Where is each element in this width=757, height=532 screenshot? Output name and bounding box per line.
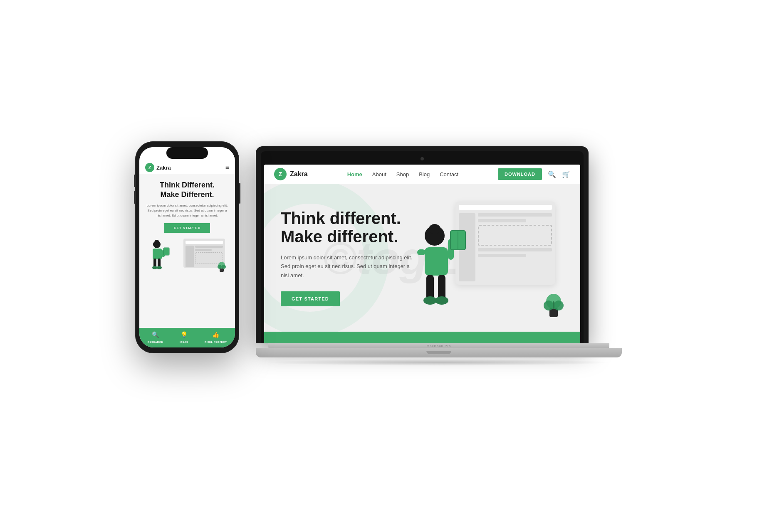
svg-rect-8 [163, 248, 169, 255]
svg-point-14 [429, 224, 440, 234]
svg-point-12 [222, 265, 226, 269]
phone-logo-area: Z Zakra [145, 163, 171, 172]
svg-rect-16 [417, 249, 426, 255]
laptop-navbar: Z Zakra Home About Shop Blog Contact [264, 165, 580, 184]
laptop-nav-links: Home About Shop Blog Contact [347, 171, 458, 177]
illus-browser-content [459, 213, 552, 281]
illus-content-row-1 [478, 213, 552, 217]
phone-logo-icon: Z [145, 163, 154, 172]
laptop-hero-description: Lorem ipsum dolor sit amet, consectetur … [281, 253, 414, 280]
laptop-logo-area: Z Zakra [274, 168, 308, 180]
svg-rect-15 [425, 247, 448, 276]
laptop-illus-person [414, 222, 468, 318]
laptop-webcam [421, 157, 424, 160]
laptop-display: Z Zakra Home About Shop Blog Contact [264, 165, 580, 343]
laptop-logo-icon: Z [274, 168, 287, 180]
laptop-model-label: MacBook Pro [426, 344, 451, 348]
phone-screen: Z Zakra ≡ Think Different. Make Differen… [139, 147, 235, 347]
laptop-bezel: Z Zakra Home About Shop Blog Contact [261, 151, 584, 343]
phone-brand-name: Zakra [156, 165, 171, 171]
svg-rect-9 [220, 268, 224, 272]
laptop-screen-container: Z Zakra Home About Shop Blog Contact [256, 146, 589, 343]
phone-research-label: RESEARCH [148, 341, 163, 343]
phone-bottom-item-ideas[interactable]: 💡 IDEAS [180, 331, 188, 343]
nav-link-blog[interactable]: Blog [419, 171, 430, 177]
svg-point-5 [152, 266, 157, 269]
phone-cta-button[interactable]: GET STARTED [164, 223, 210, 233]
illus-content-row-4 [478, 254, 526, 257]
illus-browser-main [478, 213, 552, 281]
laptop-base [256, 348, 622, 357]
svg-point-1 [155, 240, 159, 243]
svg-point-27 [554, 300, 564, 310]
phone-ideas-icon: 💡 [180, 331, 188, 340]
laptop-cart-icon[interactable]: 🛒 [562, 170, 570, 178]
phone-bottom-item-research[interactable]: 🔍 RESEARCH [148, 331, 163, 343]
illus-content-row-2 [478, 219, 526, 222]
phone-bottom-bar: 🔍 RESEARCH 💡 IDEAS 👍 PIXEL PERFECT [139, 328, 235, 347]
phone-illustration [145, 239, 229, 272]
illus-content-dashed [478, 225, 552, 246]
phone-menu-icon[interactable]: ≡ [225, 164, 229, 171]
phone-illus-plant [218, 260, 226, 272]
svg-point-26 [544, 300, 554, 310]
laptop-illus-plant [544, 289, 564, 318]
svg-rect-2 [153, 249, 162, 259]
phone-vol-up-button [134, 175, 135, 187]
laptop-hero-illustration [418, 197, 568, 318]
laptop-hero-content: Think different. Make different. Lorem i… [281, 209, 414, 306]
nav-link-contact[interactable]: Contact [440, 171, 458, 177]
phone-vol-down-button [134, 191, 135, 204]
svg-point-6 [157, 266, 162, 269]
svg-point-22 [423, 296, 437, 305]
laptop-hero-section: ©tog Lab Think different. Make different… [264, 184, 580, 332]
svg-point-11 [218, 265, 222, 269]
laptop-shadow [264, 359, 614, 366]
laptop-download-button[interactable]: DOWNLOAD [498, 168, 542, 180]
phone-hero-title: Think Different. Make Different. [145, 180, 229, 199]
nav-link-about[interactable]: About [372, 171, 386, 177]
laptop-illus-browser [455, 202, 555, 285]
laptop-search-icon[interactable]: 🔍 [548, 170, 556, 178]
phone-power-button [239, 183, 240, 204]
phone-notch [166, 147, 208, 159]
phone-hero-section: Think Different. Make Different. Lorem i… [139, 174, 235, 328]
phone-pixel-label: PIXEL PERFECT [205, 341, 227, 343]
phone-search-icon: 🔍 [151, 331, 160, 340]
scene: Z Zakra ≡ Think Different. Make Differen… [135, 141, 622, 391]
illus-browser-bar [459, 205, 552, 210]
nav-link-home[interactable]: Home [347, 171, 362, 177]
phone-hero-description: Lorem ipsum dolor sit amet, consectetur … [145, 203, 229, 218]
phone-bottom-item-pixel[interactable]: 👍 PIXEL PERFECT [205, 331, 227, 343]
laptop-brand-name: Zakra [290, 170, 308, 178]
illus-content-row-3 [478, 248, 552, 251]
laptop-hinge: MacBook Pro [268, 343, 609, 348]
svg-rect-28 [553, 301, 554, 309]
phone-pixel-icon: 👍 [212, 331, 220, 340]
phone-device: Z Zakra ≡ Think Different. Make Differen… [135, 141, 239, 353]
phone-mockup: Z Zakra ≡ Think Different. Make Differen… [135, 141, 239, 353]
laptop-base-container: MacBook Pro [256, 343, 622, 366]
laptop-footer-strip [264, 332, 580, 343]
laptop-nav-right: DOWNLOAD 🔍 🛒 [498, 168, 570, 180]
nav-link-shop[interactable]: Shop [396, 171, 409, 177]
laptop-hero-title: Think different. Make different. [281, 209, 414, 246]
phone-ideas-label: IDEAS [180, 341, 188, 343]
laptop-cta-button[interactable]: GET STARTED [281, 291, 340, 306]
laptop-base-notch [426, 351, 451, 354]
laptop-mockup: Z Zakra Home About Shop Blog Contact [256, 146, 622, 366]
laptop-webcam-bar [264, 155, 580, 163]
phone-illus-person [148, 239, 171, 272]
svg-point-23 [435, 296, 448, 305]
